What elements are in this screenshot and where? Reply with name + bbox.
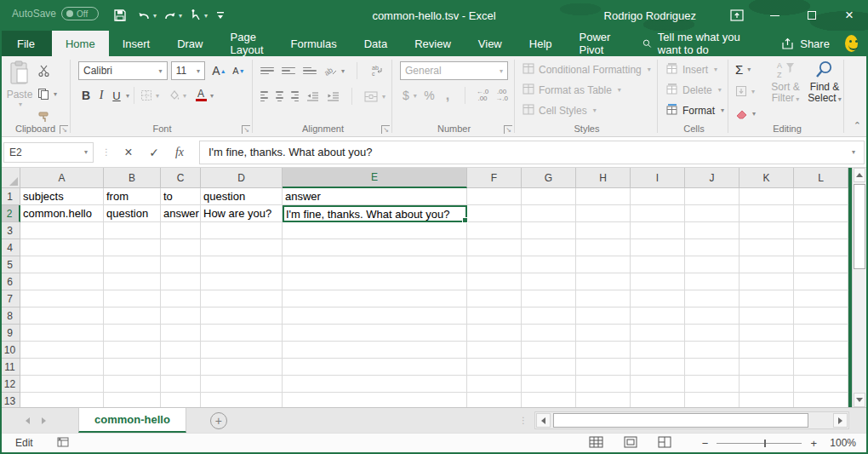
cell-C10[interactable] <box>161 342 201 359</box>
cell-A2[interactable]: common.hello <box>20 205 104 222</box>
feedback-smiley-icon[interactable] <box>845 35 858 52</box>
cell-D4[interactable] <box>201 239 283 256</box>
accounting-format-button[interactable]: $ <box>400 88 412 103</box>
cell-L7[interactable] <box>794 290 848 307</box>
cell-G5[interactable] <box>522 256 576 273</box>
scroll-left-button[interactable] <box>536 413 551 428</box>
cell-G3[interactable] <box>522 222 576 239</box>
cell-G9[interactable] <box>522 325 576 342</box>
cell-L6[interactable] <box>794 273 848 290</box>
redo-dropdown[interactable]: ▾ <box>179 12 182 20</box>
undo-dropdown[interactable]: ▾ <box>153 12 157 20</box>
cell-K2[interactable] <box>740 205 794 222</box>
cell-H6[interactable] <box>576 273 631 290</box>
cell-D9[interactable] <box>201 325 283 342</box>
cell-H9[interactable] <box>576 325 631 342</box>
cell-E12[interactable] <box>283 376 467 393</box>
cell-E7[interactable] <box>283 290 467 307</box>
vertical-scrollbar[interactable] <box>852 168 866 407</box>
row-header-11[interactable]: 11 <box>0 359 20 376</box>
button-cell-styles[interactable]: Cell Styles▾ <box>523 101 651 119</box>
cell-B6[interactable] <box>104 273 161 290</box>
cell-F7[interactable] <box>467 290 522 307</box>
cell-K13[interactable] <box>740 393 794 407</box>
row-header-7[interactable]: 7 <box>0 290 20 307</box>
sheetbar-drag-dots[interactable]: ⋮ <box>519 416 528 425</box>
cell-L12[interactable] <box>794 376 848 393</box>
cell-F9[interactable] <box>467 325 522 342</box>
formula-bar-drag-dots[interactable]: ⋮ <box>102 147 111 157</box>
cell-E2[interactable]: I'm fine, thanks. What about you? <box>283 205 467 222</box>
cell-F6[interactable] <box>467 273 522 290</box>
ribbon-display-options-button[interactable] <box>718 0 756 31</box>
find-select-dropdown[interactable]: ▾ <box>838 95 842 103</box>
cell-G13[interactable] <box>522 393 576 407</box>
row-header-4[interactable]: 4 <box>0 239 20 256</box>
cell-G1[interactable] <box>522 188 576 205</box>
cell-B7[interactable] <box>104 290 161 307</box>
cell-K9[interactable] <box>740 325 794 342</box>
percent-style-button[interactable]: % <box>424 88 436 103</box>
bold-button[interactable]: B <box>78 88 94 103</box>
font-color-button[interactable]: A <box>193 88 208 103</box>
cell-J4[interactable] <box>685 239 740 256</box>
maximize-button[interactable] <box>793 0 831 31</box>
cell-C7[interactable] <box>161 290 201 307</box>
horizontal-scrollbar[interactable] <box>534 411 849 429</box>
sort-filter-dropdown[interactable]: ▾ <box>796 95 799 103</box>
cell-L13[interactable] <box>794 393 848 407</box>
merge-center-button[interactable]: ▾ <box>364 87 385 106</box>
cell-K1[interactable] <box>740 188 794 205</box>
cell-A4[interactable] <box>20 239 104 256</box>
column-header-C[interactable]: C <box>161 168 201 188</box>
close-button[interactable]: × <box>831 0 868 31</box>
tab-formulas[interactable]: Formulas <box>277 31 351 56</box>
touch-mode-dropdown[interactable]: ▾ <box>204 12 208 20</box>
horizontal-scroll-thumb[interactable] <box>553 413 808 428</box>
increase-decimal-button[interactable]: ←.0.00 <box>477 89 489 102</box>
scroll-right-button[interactable] <box>833 413 848 428</box>
row-header-3[interactable]: 3 <box>0 222 20 239</box>
cell-D3[interactable] <box>201 222 283 239</box>
cell-K6[interactable] <box>740 273 794 290</box>
font-name-dropdown[interactable]: ▾ <box>159 67 163 75</box>
tab-view[interactable]: View <box>465 31 516 56</box>
scroll-up-button[interactable] <box>854 168 865 182</box>
row-header-2[interactable]: 2 <box>0 205 20 222</box>
cell-J1[interactable] <box>685 188 740 205</box>
cell-F8[interactable] <box>467 307 522 325</box>
touch-mouse-mode-button[interactable] <box>184 4 206 26</box>
cell-L4[interactable] <box>794 239 848 256</box>
formula-input[interactable]: I'm fine, thanks. What about you? ▾ <box>199 141 865 164</box>
cell-F11[interactable] <box>467 359 522 376</box>
cell-I6[interactable] <box>631 273 685 290</box>
cell-B4[interactable] <box>104 239 161 256</box>
cell-K11[interactable] <box>740 359 794 376</box>
cell-J7[interactable] <box>685 290 740 307</box>
cell-D7[interactable] <box>201 290 283 307</box>
tab-help[interactable]: Help <box>516 31 566 56</box>
delete-cells-dropdown[interactable]: ▾ <box>718 86 722 94</box>
cell-A8[interactable] <box>20 307 104 325</box>
cell-H12[interactable] <box>576 376 631 393</box>
cell-L1[interactable] <box>794 188 848 205</box>
cut-button[interactable] <box>37 61 57 80</box>
format-as-table-dropdown[interactable]: ▾ <box>618 86 621 94</box>
column-header-E[interactable]: E <box>283 168 467 188</box>
button-conditional-formatting[interactable]: Conditional Formatting▾ <box>523 60 651 78</box>
underline-dropdown[interactable]: ▾ <box>126 92 129 100</box>
cell-G10[interactable] <box>522 342 576 359</box>
cell-C13[interactable] <box>161 393 201 407</box>
cell-B2[interactable]: question <box>104 205 161 222</box>
cell-A1[interactable]: subjects <box>20 188 104 205</box>
row-header-13[interactable]: 13 <box>0 393 20 407</box>
center-button[interactable] <box>276 91 283 101</box>
conditional-formatting-dropdown[interactable]: ▾ <box>648 66 651 73</box>
cell-H11[interactable] <box>576 359 631 376</box>
cell-C3[interactable] <box>161 222 201 239</box>
cell-E4[interactable] <box>283 239 467 256</box>
cell-I12[interactable] <box>631 376 685 393</box>
page-break-preview-button[interactable] <box>658 436 671 451</box>
name-box-dropdown[interactable]: ▾ <box>84 148 88 156</box>
cell-F13[interactable] <box>467 393 522 407</box>
